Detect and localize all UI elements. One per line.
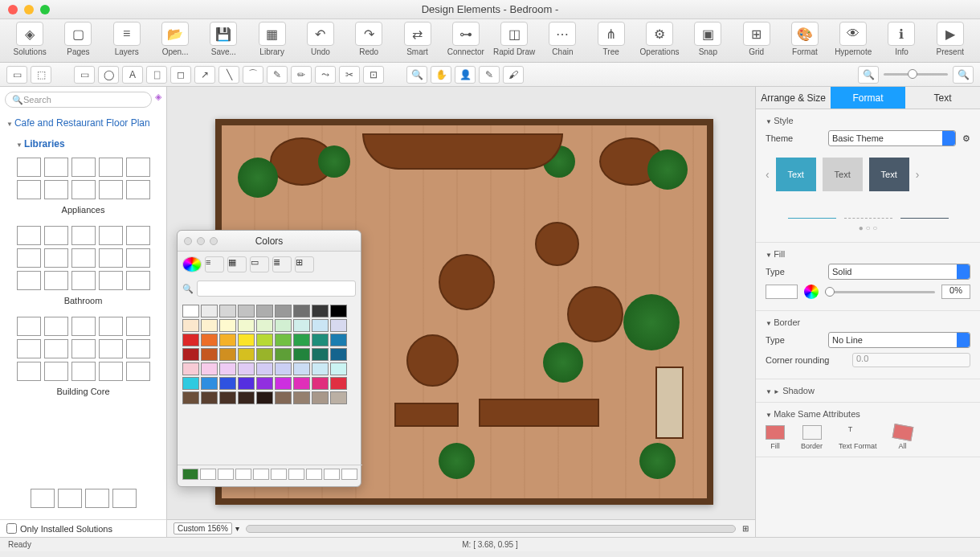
color-swatch[interactable] — [182, 305, 199, 317]
color-swatch[interactable] — [219, 305, 236, 317]
zoom-tool[interactable]: 🔍 — [406, 66, 427, 84]
color-swatch[interactable] — [312, 377, 329, 390]
search-filter-icon[interactable]: ◈ — [155, 92, 161, 108]
fill-section-header[interactable]: Fill — [766, 249, 970, 259]
lib-cell[interactable] — [126, 271, 150, 290]
hand-tool[interactable]: ✋ — [431, 66, 451, 84]
lib-cell[interactable] — [126, 362, 150, 381]
color-swatch[interactable] — [312, 391, 329, 404]
color-swatch[interactable] — [201, 334, 218, 346]
color-swatch[interactable] — [219, 319, 236, 332]
opacity-slider[interactable] — [825, 291, 935, 293]
zoom-out-button[interactable]: 🔍 — [858, 66, 879, 84]
color-swatch[interactable] — [238, 391, 255, 404]
lib-cell[interactable] — [126, 226, 150, 245]
color-swatch[interactable] — [256, 334, 273, 346]
color-search-input[interactable] — [197, 281, 356, 297]
shadow-section-header[interactable]: ▼ Shadow — [766, 386, 970, 395]
popup-max-icon[interactable] — [210, 237, 218, 245]
make-same-section-header[interactable]: Make Same Attributes — [766, 409, 970, 419]
prev-theme-icon[interactable]: ‹ — [766, 168, 770, 181]
color-swatch[interactable] — [293, 334, 310, 346]
lib-cell[interactable] — [44, 248, 68, 268]
toolbar-layers[interactable]: ≡Layers — [104, 22, 150, 62]
color-image-mode[interactable]: ▭ — [250, 256, 269, 272]
color-swatch[interactable] — [238, 305, 255, 317]
color-swatch[interactable] — [182, 319, 199, 332]
lib-cell[interactable] — [126, 317, 150, 336]
color-crayons-mode[interactable]: ⊞ — [295, 256, 314, 272]
lib-cell[interactable] — [99, 180, 123, 199]
curve-tool[interactable]: ⌒ — [243, 66, 263, 84]
toolbar-info[interactable]: ℹInfo — [878, 22, 925, 62]
color-swatch[interactable] — [256, 377, 273, 390]
color-swatch[interactable] — [182, 334, 199, 346]
connector-tool[interactable]: ⤳ — [315, 66, 336, 84]
lib-cell[interactable] — [44, 158, 68, 177]
tab-arrange[interactable]: Arrange & Size — [756, 87, 831, 109]
lib-cell[interactable] — [44, 339, 68, 358]
recent-color[interactable] — [182, 469, 198, 480]
theme-swatch-2[interactable]: Text — [823, 158, 863, 191]
toolbar-open[interactable]: 📂Open... — [152, 22, 198, 62]
lib-cell[interactable] — [44, 271, 68, 290]
color-swatch[interactable] — [330, 348, 347, 361]
lib-cell[interactable] — [17, 271, 41, 290]
color-swatch[interactable] — [182, 377, 199, 390]
theme-settings-icon[interactable]: ⚙ — [962, 133, 970, 144]
only-installed-checkbox[interactable] — [6, 523, 17, 534]
toolbar-save[interactable]: 💾Save... — [200, 22, 247, 62]
theme-swatch-1[interactable]: Text — [776, 158, 816, 191]
toolbar-present[interactable]: ▶Present — [927, 22, 974, 62]
color-swatch[interactable] — [275, 305, 292, 317]
toolbar-tree[interactable]: ⋔Tree — [588, 22, 635, 62]
color-swatch[interactable] — [182, 391, 199, 404]
lib-cell[interactable] — [99, 271, 123, 290]
color-swatch[interactable] — [293, 362, 310, 375]
popup-close-icon[interactable] — [184, 237, 192, 245]
color-swatch[interactable] — [256, 319, 273, 332]
section-cafe[interactable]: ▼Cafe and Restaurant Floor Plan — [0, 113, 166, 133]
toolbar-redo[interactable]: ↷Redo — [345, 22, 392, 62]
color-palette-mode[interactable]: ▦ — [227, 256, 247, 272]
color-swatch[interactable] — [238, 348, 255, 361]
lib-cell[interactable] — [44, 362, 68, 381]
select-tool[interactable]: ▭ — [6, 66, 27, 84]
toolbar-smart[interactable]: ⇄Smart — [394, 22, 440, 62]
lib-cell[interactable] — [44, 226, 68, 245]
toolbar-chain[interactable]: ⋯Chain — [539, 22, 586, 62]
same-border-button[interactable]: Border — [801, 425, 823, 450]
lib-cell[interactable] — [126, 158, 150, 177]
lib-cell[interactable] — [17, 180, 41, 199]
toolbar-undo[interactable]: ↶Undo — [297, 22, 344, 62]
border-section-header[interactable]: Border — [766, 317, 970, 327]
color-swatch[interactable] — [238, 319, 255, 332]
library-search-input[interactable]: 🔍 Search — [5, 92, 152, 108]
lib-cell[interactable] — [126, 180, 150, 199]
color-swatch[interactable] — [312, 348, 329, 361]
color-swatch[interactable] — [182, 362, 199, 375]
knife-tool[interactable]: ✂ — [339, 66, 360, 84]
lib-cell[interactable] — [44, 180, 68, 199]
recent-color[interactable] — [253, 469, 269, 480]
color-swatch[interactable] — [330, 391, 347, 404]
recent-color[interactable] — [218, 469, 234, 480]
color-swatch[interactable] — [312, 362, 329, 375]
color-swatch[interactable] — [201, 377, 218, 390]
recent-color[interactable] — [288, 469, 304, 480]
color-swatch[interactable] — [256, 305, 273, 317]
lib-cell[interactable] — [85, 489, 109, 508]
toolbar-format[interactable]: 🎨Format — [782, 22, 828, 62]
recent-color[interactable] — [271, 469, 287, 480]
color-swatch[interactable] — [293, 319, 310, 332]
lib-cell[interactable] — [71, 317, 96, 336]
lib-cell[interactable] — [17, 226, 41, 245]
crop-tool[interactable]: ⊡ — [363, 66, 384, 84]
lib-cell[interactable] — [17, 317, 41, 336]
color-swatch[interactable] — [182, 348, 199, 361]
color-swatch[interactable] — [330, 334, 347, 346]
color-swatch[interactable] — [238, 334, 255, 346]
libraries-header[interactable]: ▼Libraries — [0, 133, 166, 154]
color-swatch[interactable] — [201, 319, 218, 332]
color-swatch[interactable] — [312, 305, 329, 317]
